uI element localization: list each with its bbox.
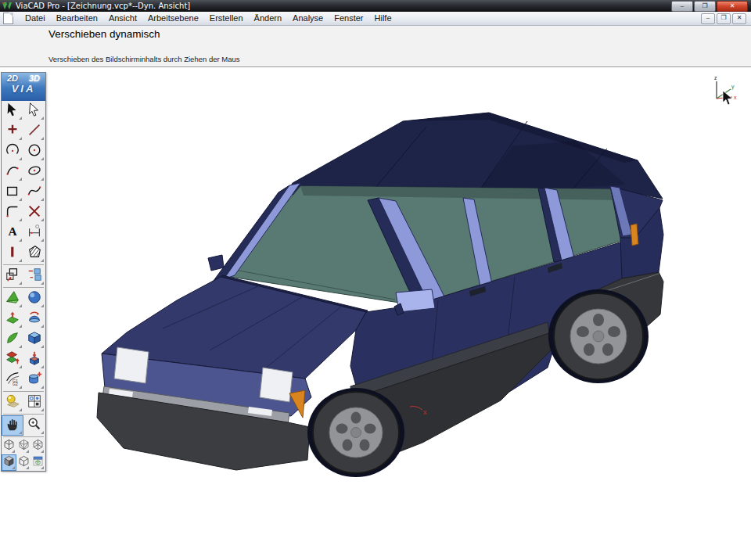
sphere-tool[interactable] bbox=[23, 289, 45, 309]
menu-item-fenster[interactable]: Fenster bbox=[329, 12, 368, 25]
palette-separator bbox=[3, 391, 44, 392]
palette-tab-3d[interactable]: 3D bbox=[29, 74, 40, 83]
menu-item-analyse[interactable]: Analyse bbox=[287, 12, 329, 25]
trim-tool[interactable] bbox=[23, 203, 45, 223]
surface-stack-tool[interactable] bbox=[2, 350, 23, 370]
tool-row bbox=[2, 454, 45, 471]
tool-row bbox=[2, 162, 45, 182]
wire-cube-iso-tool[interactable] bbox=[2, 438, 16, 454]
restore-button[interactable]: ❐ bbox=[694, 1, 716, 12]
revolve-tool[interactable] bbox=[23, 309, 45, 329]
circle-tool[interactable] bbox=[23, 142, 45, 162]
menu-item-arbeitsebene[interactable]: Arbeitsebene bbox=[142, 12, 204, 25]
mdi-window-controls: –❐✕ bbox=[701, 13, 746, 24]
spline-tool[interactable] bbox=[23, 182, 45, 203]
zoom-magnifier-tool[interactable] bbox=[23, 415, 45, 436]
svg-text:y: y bbox=[731, 84, 735, 90]
menu-item-ndern[interactable]: Ändern bbox=[249, 12, 287, 25]
fillet-tool[interactable] bbox=[2, 203, 23, 223]
menu-items: DateiBearbeitenAnsichtArbeitsebeneErstel… bbox=[20, 12, 397, 25]
ellipse-icon bbox=[27, 163, 42, 181]
cube-solid-tool[interactable] bbox=[23, 329, 45, 350]
loft-surface-icon bbox=[5, 330, 20, 349]
render-sphere-tool[interactable] bbox=[2, 393, 23, 413]
spline-icon bbox=[27, 183, 42, 202]
viewport-layout-icon bbox=[27, 393, 42, 412]
text-icon: A bbox=[5, 224, 20, 242]
svg-text:G2: G2 bbox=[13, 382, 18, 386]
transform-tool[interactable] bbox=[2, 266, 23, 286]
curve-tool[interactable] bbox=[2, 162, 23, 182]
trim-icon bbox=[27, 203, 42, 222]
tool-row bbox=[2, 243, 45, 264]
mdi-minimize-button[interactable]: – bbox=[701, 13, 715, 24]
tool-row bbox=[2, 438, 45, 454]
hidden-line-cube-icon bbox=[18, 455, 30, 470]
arc-icon bbox=[5, 142, 20, 161]
close-button[interactable]: ✕ bbox=[717, 1, 748, 12]
line-tool[interactable] bbox=[23, 121, 45, 142]
menu-item-bearbeiten[interactable]: Bearbeiten bbox=[51, 12, 103, 25]
boolean-solid-tool[interactable] bbox=[23, 370, 45, 390]
view-dialog-tool[interactable] bbox=[31, 454, 45, 471]
hatch-tool[interactable] bbox=[23, 243, 45, 264]
rectangle-tool[interactable] bbox=[2, 182, 23, 203]
command-description: Verschieben des Bildschirminhalts durch … bbox=[49, 55, 240, 63]
window-controls: –❐✕ bbox=[671, 1, 748, 12]
push-solid-tool[interactable] bbox=[23, 350, 45, 370]
wire-cube-iso-icon bbox=[3, 439, 15, 454]
zoom-magnifier-icon bbox=[27, 416, 42, 435]
curvature-analysis-tool[interactable]: G1G2 bbox=[2, 370, 23, 390]
align-tool[interactable] bbox=[23, 266, 45, 286]
palette-tab-2d[interactable]: 2D bbox=[7, 74, 18, 83]
surface-stack-icon bbox=[5, 350, 20, 369]
segment-tool[interactable] bbox=[2, 243, 23, 264]
arc-tool[interactable] bbox=[2, 142, 23, 162]
menu-item-ansicht[interactable]: Ansicht bbox=[103, 12, 142, 25]
dimension-icon bbox=[27, 224, 42, 242]
hidden-line-cube-tool[interactable] bbox=[16, 454, 31, 471]
point-tool[interactable] bbox=[2, 121, 23, 142]
select-open-arrow-tool[interactable] bbox=[23, 101, 45, 121]
shaded-cube-icon bbox=[3, 455, 15, 470]
window-title: ViaCAD Pro - [Zeichnung.vcp*--Dyn. Ansic… bbox=[16, 0, 190, 12]
dimension-tool[interactable] bbox=[23, 223, 45, 243]
svg-text:x: x bbox=[423, 408, 427, 416]
axis-triad: z y x bbox=[709, 74, 743, 108]
cube-solid-icon bbox=[27, 330, 42, 349]
facet-surface-tool[interactable] bbox=[2, 289, 23, 309]
menu-item-erstellen[interactable]: Erstellen bbox=[204, 12, 249, 25]
extrude-plane-tool[interactable] bbox=[2, 309, 23, 329]
palette-separator bbox=[3, 436, 44, 437]
text-tool[interactable]: A bbox=[2, 223, 23, 243]
wire-cube-front-icon bbox=[18, 439, 30, 454]
loft-surface-tool[interactable] bbox=[2, 329, 23, 350]
menu-bar: DateiBearbeitenAnsichtArbeitsebeneErstel… bbox=[0, 12, 751, 26]
viacad-app-icon bbox=[2, 2, 12, 10]
shaded-cube-tool[interactable] bbox=[2, 454, 16, 471]
minimize-button[interactable]: – bbox=[671, 1, 693, 12]
viewport-layout-tool[interactable] bbox=[23, 393, 45, 413]
wire-cube-front-tool[interactable] bbox=[16, 438, 31, 454]
sphere-icon bbox=[27, 289, 42, 308]
drawing-canvas[interactable]: x z y x 2D3D VIA AG1G2 +- bbox=[0, 67, 751, 560]
origin-marker: x bbox=[410, 407, 427, 417]
line-icon bbox=[27, 122, 42, 141]
wire-cube-top-tool[interactable] bbox=[31, 438, 45, 454]
extrude-plane-icon bbox=[5, 310, 20, 328]
rectangle-icon bbox=[5, 183, 20, 202]
pan-hand-tool[interactable] bbox=[2, 415, 23, 436]
tool-row bbox=[2, 350, 45, 370]
menu-item-datei[interactable]: Datei bbox=[20, 12, 51, 25]
select-arrow-tool[interactable] bbox=[2, 101, 23, 121]
mdi-restore-button[interactable]: ❐ bbox=[717, 13, 731, 24]
mdi-close-button[interactable]: ✕ bbox=[732, 13, 746, 24]
document-icon bbox=[3, 13, 13, 24]
ellipse-tool[interactable] bbox=[23, 162, 45, 182]
svg-text:A: A bbox=[9, 224, 18, 238]
push-solid-icon bbox=[27, 350, 42, 369]
tool-row bbox=[2, 415, 45, 436]
view-dialog-icon bbox=[32, 455, 44, 470]
menu-item-hilfe[interactable]: Hilfe bbox=[369, 12, 397, 25]
tool-row bbox=[2, 329, 45, 350]
